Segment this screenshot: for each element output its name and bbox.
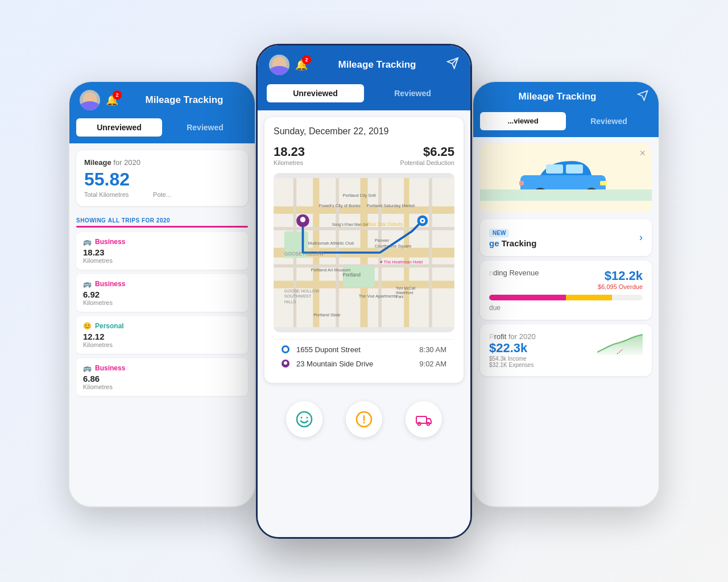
notification-bell[interactable]: 🔔 2 [106, 94, 118, 106]
chevron-right-icon[interactable]: › [639, 232, 643, 243]
svg-rect-57 [546, 164, 563, 174]
tab-reviewed-center[interactable]: Reviewed [364, 84, 461, 102]
avatar [80, 90, 100, 110]
trip-date: Sunday, December 22, 2019 [274, 126, 454, 137]
trip-deduction-stat: $6.25 Potential Deduction [400, 145, 454, 166]
trip-km-3: 12.12 [83, 332, 241, 341]
svg-marker-55 [638, 90, 648, 100]
send-icon[interactable] [446, 57, 459, 72]
right-send-icon[interactable] [637, 90, 648, 104]
profit-value: $22.3k [489, 341, 536, 356]
revenue-overdue: $6,095 Overdue [598, 283, 643, 290]
svg-text:♥ The Heathman Hotel: ♥ The Heathman Hotel [380, 259, 423, 264]
trip-km-label-3: Kilometres [83, 341, 241, 348]
new-tracking-banner[interactable]: NEW ge Tracking › [480, 219, 652, 256]
progress-paid [489, 295, 566, 300]
trip-km-label: Kilometres [274, 159, 305, 166]
right-phone-content: ✕ [473, 137, 659, 506]
svg-text:GOOSE HOLLOW: GOOSE HOLLOW [284, 250, 324, 256]
tracking-label: ge Tracking [489, 238, 536, 248]
svg-rect-64 [519, 181, 524, 185]
mileage-title: Mileage for 2020 [84, 158, 240, 167]
trip-item-3[interactable]: 😊 Personal 12.12 Kilometres [76, 316, 248, 354]
scene: 🔔 2 Mileage Tracking Unreviewed Reviewed… [51, 35, 677, 547]
trip-km-4: 6.86 [83, 374, 241, 383]
tab-unreviewed-right[interactable]: ...viewed [480, 112, 566, 130]
tab-unreviewed-center[interactable]: Unreviewed [267, 84, 364, 102]
center-notification-bell[interactable]: 🔔 2 [295, 59, 308, 71]
car-banner: ✕ [480, 144, 652, 212]
trip-stats: 18.23 Kilometres $6.25 Potential Deducti… [274, 145, 454, 166]
trip-deduction-value: $6.25 [400, 145, 454, 159]
svg-point-51 [363, 422, 365, 423]
route-points: 1655 Dupont Street 8:30 AM 23 Mountain S… [274, 339, 454, 374]
showing-label: SHOWING ALL TRIPS FOR 2020 [69, 213, 255, 226]
smiley-nav-icon[interactable] [286, 401, 322, 437]
center-avatar [269, 55, 289, 75]
svg-text:Waterfront: Waterfront [396, 290, 413, 294]
map-area[interactable]: Powell's City of Books Portland City Gri… [274, 173, 454, 332]
revenue-card: nding Revenue $12.2k $6,095 Overdue due [480, 261, 652, 320]
right-header-title: Mileage Tracking [483, 91, 631, 102]
revenue-row: nding Revenue $12.2k $6,095 Overdue [489, 269, 643, 290]
notification-badge: 2 [113, 90, 122, 100]
profit-label: Profit for 2020 [489, 332, 536, 341]
svg-text:Powell's City of Books: Powell's City of Books [319, 203, 361, 208]
trip-km-label-1: Kilometres [83, 257, 241, 264]
svg-text:Portland: Portland [343, 272, 361, 278]
center-header-title: Mileage Tracking [313, 59, 441, 71]
trip-item-4[interactable]: 🚌 Business 6.86 Kilometres [76, 358, 248, 396]
route-from-time: 8:30 AM [419, 345, 446, 354]
profit-expenses: $32.1K Expenses [489, 362, 536, 368]
new-badge: NEW [489, 229, 509, 237]
svg-text:SOUTHWEST: SOUTHWEST [284, 294, 312, 299]
svg-text:The Vue Apartments: The Vue Apartments [359, 294, 398, 299]
revenue-value: $12.2k [598, 269, 643, 283]
svg-rect-58 [566, 164, 583, 174]
right-phone: Mileage Tracking ...viewed Reviewed ✕ [472, 81, 660, 507]
route-to-dot [282, 360, 289, 368]
left-header-title: Mileage Tracking [124, 94, 245, 106]
svg-point-47 [301, 416, 303, 418]
trip-divider [76, 226, 248, 228]
tab-reviewed-left[interactable]: Reviewed [162, 118, 248, 137]
revenue-values: $12.2k $6,095 Overdue [598, 269, 643, 290]
mileage-sub: Total Kilometres Pote... [84, 191, 240, 198]
mileage-summary-card: Mileage for 2020 55.82 Total Kilometres … [76, 150, 248, 206]
trip-item-2[interactable]: 🚌 Business 6.92 Kilometres [76, 274, 248, 312]
route-to-time: 9:02 AM [419, 360, 446, 368]
truck-nav-icon[interactable] [406, 401, 442, 437]
center-phone-content: Sunday, December 22, 2019 18.23 Kilometr… [258, 110, 470, 537]
svg-text:Portland Saturday Market: Portland Saturday Market [367, 203, 416, 208]
svg-point-19 [300, 217, 305, 222]
left-phone-header: 🔔 2 Mileage Tracking [69, 82, 255, 118]
svg-text:HILLS: HILLS [284, 299, 296, 304]
center-phone-tabs: Unreviewed Reviewed [258, 84, 470, 110]
center-phone: 🔔 2 Mileage Tracking Unreviewed Reviewed… [256, 44, 472, 539]
svg-rect-63 [600, 181, 607, 185]
profit-chart [597, 332, 643, 355]
left-phone-tabs: Unreviewed Reviewed [69, 118, 255, 143]
svg-text:Courthouse Square: Courthouse Square [375, 243, 412, 248]
trip-item-1[interactable]: 🚌 Business 18.23 Kilometres [76, 232, 248, 270]
revenue-progress [489, 295, 643, 300]
trip-km-1: 18.23 [83, 247, 241, 257]
svg-point-48 [307, 416, 308, 418]
right-phone-header: Mileage Tracking [473, 82, 659, 112]
revenue-label: nding Revenue [489, 269, 539, 277]
trip-km-value: 18.23 [274, 145, 305, 159]
route-from-dot [282, 345, 289, 353]
svg-text:Portland State: Portland State [313, 312, 340, 317]
trip-km-stat: 18.23 Kilometres [274, 145, 305, 166]
tab-unreviewed-left[interactable]: Unreviewed [76, 118, 162, 137]
route-to-address: 23 Mountain Side Drive [296, 360, 412, 368]
close-button[interactable]: ✕ [639, 148, 646, 158]
trip-card: Sunday, December 22, 2019 18.23 Kilometr… [264, 117, 464, 383]
tab-reviewed-right[interactable]: Reviewed [566, 112, 652, 130]
revenue-info: nding Revenue [489, 269, 539, 277]
left-phone: 🔔 2 Mileage Tracking Unreviewed Reviewed… [68, 81, 256, 507]
svg-text:Portland City Grill: Portland City Grill [343, 192, 376, 197]
alert-nav-icon[interactable] [346, 401, 382, 437]
route-to: 23 Mountain Side Drive 9:02 AM [282, 360, 446, 368]
trip-deduction-label: Potential Deduction [400, 159, 454, 166]
